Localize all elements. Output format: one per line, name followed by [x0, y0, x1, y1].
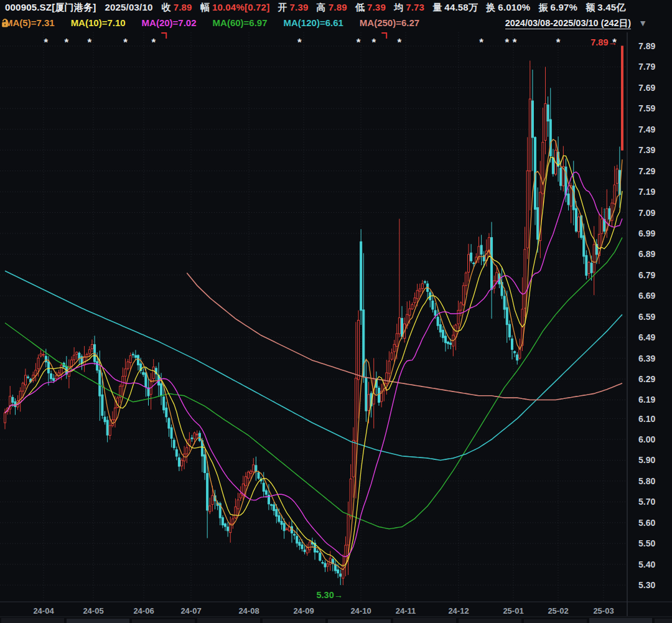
ma-legend-item[interactable]: MA(60)=6.97	[213, 17, 268, 28]
candle	[317, 549, 319, 553]
svg-text:7.29: 7.29	[638, 166, 655, 176]
candle	[299, 539, 301, 550]
candle	[329, 551, 331, 571]
candle	[14, 398, 16, 415]
ma-legend-item[interactable]: MA(5)=7.31	[5, 17, 55, 28]
quote-field: 换6.010%	[486, 2, 530, 12]
svg-text:24-05: 24-05	[83, 606, 103, 616]
ma-legend-item[interactable]: MA(10)=7.10	[71, 17, 126, 28]
candle	[442, 326, 444, 342]
candle	[614, 166, 615, 205]
svg-text:6.79: 6.79	[638, 270, 655, 280]
candle	[168, 417, 170, 437]
candle	[291, 520, 293, 543]
asterisk-marker: *	[505, 37, 509, 49]
ma-legend-item[interactable]: MA(250)=6.27	[360, 17, 419, 28]
quote-field: 振6.97%	[538, 2, 577, 12]
svg-text:7.19: 7.19	[638, 187, 655, 197]
svg-text:6.99: 6.99	[638, 228, 655, 238]
ma-lines	[5, 139, 622, 569]
volume-pane-stub	[1, 618, 672, 623]
candle	[138, 354, 139, 370]
candle	[240, 486, 241, 501]
candle	[124, 358, 126, 384]
candle	[401, 306, 403, 339]
svg-text:5.50: 5.50	[638, 538, 655, 548]
chevron-down-icon[interactable]: ▼	[638, 18, 647, 28]
candle	[242, 475, 244, 500]
candle	[309, 540, 310, 553]
candle	[204, 450, 206, 480]
svg-text:25-02: 25-02	[548, 606, 568, 616]
candle	[334, 560, 336, 574]
candle	[511, 335, 513, 360]
candle	[529, 60, 531, 210]
candle	[465, 271, 467, 295]
ma-legend-item[interactable]: MA(20)=7.02	[142, 17, 197, 28]
candle	[73, 347, 75, 363]
flag-marker	[161, 33, 166, 39]
candle	[503, 290, 505, 319]
candle	[106, 416, 108, 443]
candle	[324, 560, 326, 572]
candle	[480, 235, 482, 265]
quote-field: 幅10.04%[0.72]	[200, 2, 270, 12]
ma-line-ma5	[5, 139, 622, 569]
candle	[117, 396, 119, 408]
quote-field: 开7.39	[278, 2, 308, 12]
candle	[578, 213, 580, 238]
candle	[175, 446, 177, 460]
candle	[304, 545, 306, 554]
candle	[524, 227, 526, 317]
candle	[50, 370, 52, 382]
candle	[421, 280, 423, 293]
date-range-label[interactable]: 2024/03/08-2025/03/10 (242日)	[505, 18, 631, 29]
candle	[601, 207, 603, 246]
svg-text:7.49: 7.49	[638, 124, 655, 134]
asterisk-marker: *	[151, 37, 156, 49]
candle	[142, 368, 144, 377]
candle	[478, 237, 480, 263]
y-axis-labels: 7.897.797.697.597.497.397.297.197.096.99…	[638, 41, 655, 590]
candle	[24, 368, 26, 388]
kline-chart[interactable]: 7.897.797.697.597.497.397.297.197.096.99…	[0, 0, 672, 623]
ma-line-ma20	[5, 172, 622, 556]
svg-text:24-11: 24-11	[396, 606, 416, 616]
svg-text:7.59: 7.59	[638, 103, 655, 113]
asterisk-marker: *	[371, 37, 376, 49]
candle	[222, 515, 223, 528]
svg-text:7.39: 7.39	[638, 145, 655, 155]
candle	[616, 165, 618, 192]
candle	[157, 362, 159, 396]
svg-text:24-06: 24-06	[133, 606, 154, 616]
svg-text:24-12: 24-12	[448, 606, 469, 616]
candle	[558, 136, 559, 182]
candle	[347, 502, 349, 575]
candle	[271, 504, 273, 510]
svg-text:6.59: 6.59	[638, 312, 655, 322]
candle	[419, 284, 421, 297]
svg-text:24-10: 24-10	[350, 606, 371, 616]
date-range-selector[interactable]: 2024/03/08-2025/03/10 (242日)	[505, 17, 631, 29]
candle	[104, 411, 106, 424]
svg-text:6.29: 6.29	[638, 374, 655, 384]
candle	[398, 219, 400, 337]
candle	[460, 301, 462, 316]
quote-field: 量44.58万	[432, 2, 478, 12]
quote-date: 2025/03/10	[105, 2, 152, 12]
candle	[314, 540, 316, 560]
candle	[83, 346, 85, 372]
quote-field: 收7.89	[161, 2, 192, 12]
candle	[350, 464, 352, 520]
unlock-icon[interactable]	[0, 18, 10, 28]
candle	[235, 499, 236, 519]
ma-legend-item[interactable]: MA(120)=6.61	[284, 17, 343, 28]
candle	[147, 378, 149, 406]
candle	[306, 544, 308, 556]
candle	[35, 363, 37, 382]
candle	[150, 373, 152, 410]
asterisk-marker: *	[479, 37, 483, 49]
svg-text:5.80: 5.80	[638, 476, 655, 486]
candle	[544, 67, 546, 154]
svg-text:7.89: 7.89	[638, 41, 655, 51]
